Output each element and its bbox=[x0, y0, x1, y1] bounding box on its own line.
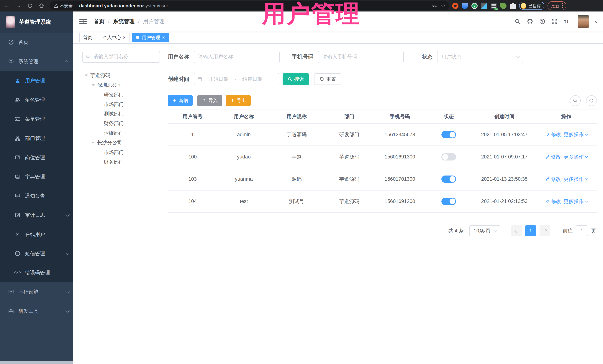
sidebar-item-home[interactable]: 首页 bbox=[0, 33, 73, 52]
date-range-picker[interactable]: 开始日期 - 结束日期 bbox=[194, 73, 279, 85]
tree-node[interactable]: 深圳总公司 bbox=[82, 80, 160, 90]
password-key-icon[interactable] bbox=[432, 3, 437, 8]
sidebar-item-menu-mgmt[interactable]: 菜单管理 bbox=[0, 110, 73, 129]
status-toggle[interactable] bbox=[441, 131, 456, 138]
sidebar-item-error-code[interactable]: </> 错误码管理 bbox=[0, 263, 73, 282]
breadcrumb-home[interactable]: 首页 bbox=[94, 18, 105, 25]
close-icon[interactable]: × bbox=[123, 35, 126, 40]
edit-link[interactable]: 修改 bbox=[545, 131, 561, 138]
more-actions-link[interactable]: 更多操作 bbox=[564, 154, 587, 160]
not-secure-warning[interactable]: 不安全 bbox=[54, 3, 72, 9]
sidebar-item-post-mgmt[interactable]: 岗位管理 bbox=[0, 148, 73, 167]
tree-node[interactable]: 财务部门 bbox=[82, 119, 160, 128]
tree-node[interactable]: 运维部门 bbox=[82, 128, 160, 138]
more-actions-link[interactable]: 更多操作 bbox=[564, 198, 587, 205]
sidebar-scrollbar[interactable] bbox=[0, 361, 73, 364]
status-select[interactable]: 用户状态 bbox=[437, 51, 523, 63]
browser-reload-button[interactable] bbox=[25, 1, 35, 10]
font-size-icon[interactable]: tT bbox=[564, 18, 570, 25]
status-toggle[interactable] bbox=[441, 198, 456, 205]
sidebar-item-devtools[interactable]: 研发工具 bbox=[0, 302, 73, 321]
close-icon[interactable]: × bbox=[162, 35, 165, 40]
sidebar-item-system[interactable]: 系统管理 bbox=[0, 52, 73, 71]
sidebar-item-audit-log[interactable]: 审计日志 bbox=[0, 206, 73, 225]
github-icon[interactable] bbox=[527, 18, 533, 25]
extension-icon-6[interactable] bbox=[500, 3, 506, 9]
more-actions-link[interactable]: 更多操作 bbox=[564, 131, 587, 138]
edit-link[interactable]: 修改 bbox=[545, 198, 561, 205]
status-toggle[interactable] bbox=[441, 176, 456, 183]
sidebar-item-role-mgmt[interactable]: 角色管理 bbox=[0, 90, 73, 110]
page-1-button[interactable]: 1 bbox=[525, 225, 536, 236]
more-actions-link[interactable]: 更多操作 bbox=[564, 176, 587, 183]
status-toggle[interactable] bbox=[441, 153, 456, 161]
address-bar[interactable]: 不安全 dashboard.yudao.iocoder.cn /system/u… bbox=[50, 1, 449, 10]
browser-forward-button[interactable]: → bbox=[14, 1, 23, 10]
avatar-caret-icon[interactable] bbox=[595, 19, 599, 23]
tab-user-mgmt[interactable]: 用户管理 × bbox=[132, 33, 169, 42]
next-page-button[interactable] bbox=[540, 225, 550, 236]
mobile-input[interactable] bbox=[318, 51, 404, 63]
dept-search-input[interactable] bbox=[82, 51, 160, 63]
prev-page-button[interactable] bbox=[511, 225, 522, 236]
breadcrumb: 首页 / 系统管理 / 用户管理 bbox=[94, 18, 164, 25]
tree-caret-icon[interactable] bbox=[92, 142, 95, 144]
extension-icon-3[interactable]: y bbox=[471, 3, 477, 9]
fullscreen-icon[interactable] bbox=[551, 18, 558, 25]
reset-button[interactable]: 重置 bbox=[314, 73, 341, 85]
goto-page-input[interactable] bbox=[576, 225, 588, 236]
user-avatar[interactable] bbox=[578, 15, 589, 29]
tree-caret-icon[interactable] bbox=[92, 84, 95, 86]
help-icon[interactable] bbox=[539, 18, 546, 25]
breadcrumb-system[interactable]: 系统管理 bbox=[113, 18, 135, 25]
search-icon bbox=[573, 98, 578, 103]
edit-link[interactable]: 修改 bbox=[545, 154, 561, 160]
username-input[interactable] bbox=[194, 51, 280, 63]
tab-home[interactable]: 首页 bbox=[79, 33, 96, 42]
logo-image bbox=[6, 16, 15, 28]
export-button[interactable]: 导出 bbox=[226, 95, 251, 106]
col-status: 状态 bbox=[424, 110, 473, 124]
page-size-select[interactable]: 10条/页 bbox=[469, 225, 500, 236]
sidebar-collapse-icon[interactable] bbox=[79, 18, 87, 24]
extension-icon-2[interactable] bbox=[462, 3, 468, 9]
extensions-puzzle-icon[interactable] bbox=[510, 3, 516, 9]
browser-back-button[interactable]: ← bbox=[2, 1, 12, 10]
extension-icon-4[interactable] bbox=[481, 3, 487, 9]
tree-node[interactable]: 市场部门 bbox=[82, 147, 160, 157]
bookmark-star-icon[interactable]: ☆ bbox=[441, 3, 445, 9]
col-username: 用户名称 bbox=[218, 110, 270, 124]
tab-profile[interactable]: 个人中心 × bbox=[99, 33, 129, 42]
import-button[interactable]: 导入 bbox=[197, 95, 222, 106]
sidebar-item-dict-mgmt[interactable]: 字典管理 bbox=[0, 167, 73, 187]
users-icon bbox=[15, 97, 20, 103]
sidebar-item-online-users[interactable]: 在线用户 bbox=[0, 225, 73, 244]
search-icon[interactable] bbox=[514, 18, 521, 25]
browser-update-button[interactable]: 更新 bbox=[547, 1, 566, 10]
extension-icon-5[interactable] bbox=[491, 3, 497, 9]
tree-node[interactable]: 市场部门 bbox=[82, 99, 160, 109]
browser-profile-chip[interactable]: 已暂停 bbox=[519, 2, 545, 10]
tree-node[interactable]: 长沙分公司 bbox=[82, 138, 160, 147]
edit-link[interactable]: 修改 bbox=[545, 176, 561, 183]
refresh-table-button[interactable] bbox=[586, 95, 597, 106]
search-button[interactable]: 搜索 bbox=[283, 73, 309, 85]
extension-icon-1[interactable] bbox=[452, 3, 458, 9]
tree-node[interactable]: 财务部门 bbox=[82, 157, 160, 167]
sidebar-item-infra[interactable]: 基础设施 bbox=[0, 282, 73, 302]
sidebar-item-sms-mgmt[interactable]: 短信管理 bbox=[0, 244, 73, 263]
tree-node[interactable]: 测试部门 bbox=[82, 109, 160, 119]
sidebar-item-dept-mgmt[interactable]: 部门管理 bbox=[0, 129, 73, 148]
tree-node[interactable]: 芋道源码 bbox=[82, 71, 160, 80]
refresh-icon bbox=[320, 77, 324, 81]
user-list-panel: 用户名称 手机号码 状态 用户状态 创建时间 开 bbox=[168, 51, 597, 236]
add-button[interactable]: 新增 bbox=[168, 95, 193, 106]
sidebar-item-notice[interactable]: 通知公告 bbox=[0, 186, 73, 206]
tree-node[interactable]: 研发部门 bbox=[82, 90, 160, 99]
tree-caret-icon[interactable] bbox=[85, 75, 88, 77]
screen: ← → 不安全 dashboard.yudao.iocoder.cn /syst… bbox=[0, 0, 603, 364]
browser-home-button[interactable] bbox=[37, 1, 46, 10]
sidebar-item-user-mgmt[interactable]: 用户管理 bbox=[0, 71, 73, 90]
browser-menu-icon[interactable] bbox=[562, 5, 563, 6]
toggle-search-button[interactable] bbox=[570, 95, 581, 106]
